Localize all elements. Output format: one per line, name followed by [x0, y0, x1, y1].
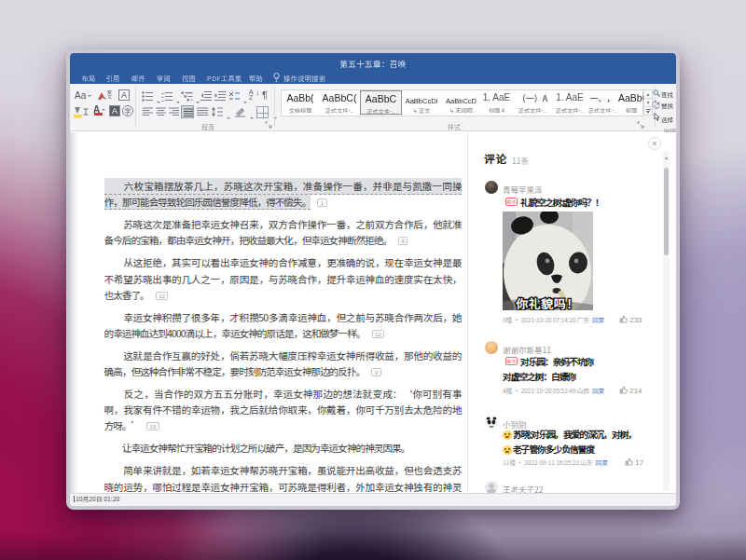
svg-text:你礼貌吗！: 你礼貌吗！	[515, 294, 579, 310]
